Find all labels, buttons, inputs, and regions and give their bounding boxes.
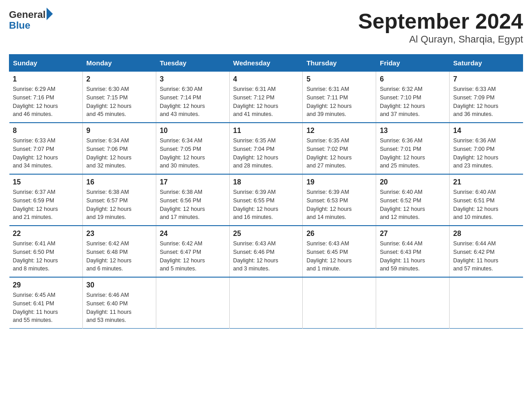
day-number: 17 — [160, 178, 226, 186]
day-cell: 3 Sunrise: 6:30 AMSunset: 7:14 PMDayligh… — [156, 72, 229, 123]
day-number: 9 — [86, 127, 152, 135]
day-cell: 1 Sunrise: 6:29 AMSunset: 7:16 PMDayligh… — [9, 72, 83, 123]
day-cell — [376, 277, 450, 329]
day-cell: 6 Sunrise: 6:32 AMSunset: 7:10 PMDayligh… — [376, 72, 450, 123]
day-cell — [450, 277, 523, 329]
day-info: Sunrise: 6:41 AMSunset: 6:50 PMDaylight:… — [13, 240, 79, 273]
day-cell: 25 Sunrise: 6:43 AMSunset: 6:46 PMDaylig… — [229, 226, 303, 277]
day-info: Sunrise: 6:45 AMSunset: 6:41 PMDaylight:… — [13, 291, 79, 325]
day-info: Sunrise: 6:34 AMSunset: 7:06 PMDaylight:… — [86, 137, 152, 170]
day-number: 5 — [306, 75, 372, 83]
day-cell: 30 Sunrise: 6:46 AMSunset: 6:40 PMDaylig… — [82, 277, 156, 329]
logo-blue: Blue — [9, 20, 53, 31]
day-number: 13 — [380, 127, 446, 135]
day-number: 15 — [13, 178, 79, 186]
day-number: 14 — [453, 127, 519, 135]
week-row-5: 29 Sunrise: 6:45 AMSunset: 6:41 PMDaylig… — [9, 277, 523, 329]
day-info: Sunrise: 6:35 AMSunset: 7:04 PMDaylight:… — [233, 137, 299, 170]
title-block: September 2024 Al Qurayn, Sharqia, Egypt — [358, 9, 523, 45]
day-cell: 17 Sunrise: 6:38 AMSunset: 6:56 PMDaylig… — [156, 174, 229, 226]
day-number: 7 — [453, 75, 519, 83]
header-thursday: Thursday — [303, 55, 376, 72]
day-info: Sunrise: 6:38 AMSunset: 6:56 PMDaylight:… — [160, 188, 226, 222]
day-info: Sunrise: 6:30 AMSunset: 7:15 PMDaylight:… — [86, 85, 152, 119]
day-info: Sunrise: 6:32 AMSunset: 7:10 PMDaylight:… — [380, 85, 446, 119]
logo-arrow-icon — [47, 8, 53, 20]
day-number: 29 — [13, 281, 79, 289]
calendar-title: September 2024 — [358, 9, 523, 34]
day-number: 20 — [380, 178, 446, 186]
day-cell: 2 Sunrise: 6:30 AMSunset: 7:15 PMDayligh… — [82, 72, 156, 123]
logo-general: General — [9, 9, 46, 21]
day-number: 11 — [233, 127, 299, 135]
day-cell: 23 Sunrise: 6:42 AMSunset: 6:48 PMDaylig… — [82, 226, 156, 277]
day-info: Sunrise: 6:29 AMSunset: 7:16 PMDaylight:… — [13, 85, 79, 119]
day-number: 10 — [160, 127, 226, 135]
day-info: Sunrise: 6:44 AMSunset: 6:43 PMDaylight:… — [380, 240, 446, 273]
day-info: Sunrise: 6:39 AMSunset: 6:53 PMDaylight:… — [306, 188, 372, 222]
day-number: 1 — [13, 75, 79, 83]
day-number: 24 — [160, 230, 226, 238]
day-cell: 22 Sunrise: 6:41 AMSunset: 6:50 PMDaylig… — [9, 226, 83, 277]
day-cell: 18 Sunrise: 6:39 AMSunset: 6:55 PMDaylig… — [229, 174, 303, 226]
day-info: Sunrise: 6:44 AMSunset: 6:42 PMDaylight:… — [453, 240, 519, 273]
day-cell: 20 Sunrise: 6:40 AMSunset: 6:52 PMDaylig… — [376, 174, 450, 226]
day-info: Sunrise: 6:43 AMSunset: 6:45 PMDaylight:… — [306, 240, 372, 273]
day-cell: 13 Sunrise: 6:36 AMSunset: 7:01 PMDaylig… — [376, 123, 450, 174]
day-cell: 12 Sunrise: 6:35 AMSunset: 7:02 PMDaylig… — [303, 123, 376, 174]
day-info: Sunrise: 6:37 AMSunset: 6:59 PMDaylight:… — [13, 188, 79, 222]
day-number: 18 — [233, 178, 299, 186]
logo: General Blue — [9, 9, 53, 31]
day-info: Sunrise: 6:46 AMSunset: 6:40 PMDaylight:… — [86, 291, 152, 325]
day-number: 19 — [306, 178, 372, 186]
day-cell — [229, 277, 303, 329]
day-cell: 4 Sunrise: 6:31 AMSunset: 7:12 PMDayligh… — [229, 72, 303, 123]
day-info: Sunrise: 6:35 AMSunset: 7:02 PMDaylight:… — [306, 137, 372, 170]
weekday-header-row: Sunday Monday Tuesday Wednesday Thursday… — [9, 55, 523, 72]
page-header: General Blue September 2024 Al Qurayn, S… — [9, 9, 523, 45]
week-row-4: 22 Sunrise: 6:41 AMSunset: 6:50 PMDaylig… — [9, 226, 523, 277]
week-row-2: 8 Sunrise: 6:33 AMSunset: 7:07 PMDayligh… — [9, 123, 523, 174]
calendar-subtitle: Al Qurayn, Sharqia, Egypt — [358, 34, 523, 45]
day-cell: 16 Sunrise: 6:38 AMSunset: 6:57 PMDaylig… — [82, 174, 156, 226]
day-cell: 8 Sunrise: 6:33 AMSunset: 7:07 PMDayligh… — [9, 123, 83, 174]
day-number: 8 — [13, 127, 79, 135]
day-cell: 14 Sunrise: 6:36 AMSunset: 7:00 PMDaylig… — [450, 123, 523, 174]
header-friday: Friday — [376, 55, 450, 72]
week-row-1: 1 Sunrise: 6:29 AMSunset: 7:16 PMDayligh… — [9, 72, 523, 123]
day-number: 22 — [13, 230, 79, 238]
day-cell: 11 Sunrise: 6:35 AMSunset: 7:04 PMDaylig… — [229, 123, 303, 174]
day-number: 21 — [453, 178, 519, 186]
day-number: 28 — [453, 230, 519, 238]
day-cell: 7 Sunrise: 6:33 AMSunset: 7:09 PMDayligh… — [450, 72, 523, 123]
day-info: Sunrise: 6:42 AMSunset: 6:48 PMDaylight:… — [86, 240, 152, 273]
day-number: 3 — [160, 75, 226, 83]
day-cell: 28 Sunrise: 6:44 AMSunset: 6:42 PMDaylig… — [450, 226, 523, 277]
day-info: Sunrise: 6:39 AMSunset: 6:55 PMDaylight:… — [233, 188, 299, 222]
day-info: Sunrise: 6:38 AMSunset: 6:57 PMDaylight:… — [86, 188, 152, 222]
day-info: Sunrise: 6:33 AMSunset: 7:09 PMDaylight:… — [453, 85, 519, 119]
day-info: Sunrise: 6:30 AMSunset: 7:14 PMDaylight:… — [160, 85, 226, 119]
day-info: Sunrise: 6:33 AMSunset: 7:07 PMDaylight:… — [13, 137, 79, 170]
day-cell — [303, 277, 376, 329]
day-info: Sunrise: 6:36 AMSunset: 7:00 PMDaylight:… — [453, 137, 519, 170]
day-info: Sunrise: 6:36 AMSunset: 7:01 PMDaylight:… — [380, 137, 446, 170]
header-wednesday: Wednesday — [229, 55, 303, 72]
day-cell: 24 Sunrise: 6:42 AMSunset: 6:47 PMDaylig… — [156, 226, 229, 277]
day-number: 27 — [380, 230, 446, 238]
day-number: 4 — [233, 75, 299, 83]
header-sunday: Sunday — [9, 55, 83, 72]
header-tuesday: Tuesday — [156, 55, 229, 72]
day-cell: 21 Sunrise: 6:40 AMSunset: 6:51 PMDaylig… — [450, 174, 523, 226]
header-monday: Monday — [82, 55, 156, 72]
day-number: 6 — [380, 75, 446, 83]
day-cell: 15 Sunrise: 6:37 AMSunset: 6:59 PMDaylig… — [9, 174, 83, 226]
day-info: Sunrise: 6:40 AMSunset: 6:52 PMDaylight:… — [380, 188, 446, 222]
day-cell: 5 Sunrise: 6:31 AMSunset: 7:11 PMDayligh… — [303, 72, 376, 123]
day-number: 16 — [86, 178, 152, 186]
day-info: Sunrise: 6:31 AMSunset: 7:11 PMDaylight:… — [306, 85, 372, 119]
calendar-table: Sunday Monday Tuesday Wednesday Thursday… — [9, 54, 523, 329]
day-info: Sunrise: 6:42 AMSunset: 6:47 PMDaylight:… — [160, 240, 226, 273]
day-info: Sunrise: 6:34 AMSunset: 7:05 PMDaylight:… — [160, 137, 226, 170]
day-cell: 19 Sunrise: 6:39 AMSunset: 6:53 PMDaylig… — [303, 174, 376, 226]
